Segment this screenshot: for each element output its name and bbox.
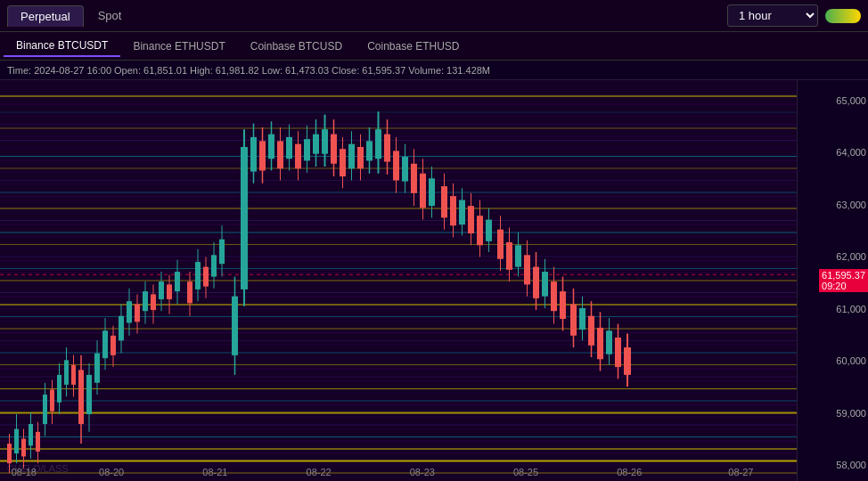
timeframe-area: 1 hour 5 minutes 15 minutes 4 hours 1 da… [727, 4, 861, 27]
top-bar: Perpetual Spot 1 hour 5 minutes 15 minut… [0, 0, 868, 32]
date-label-0820: 08-20 [99, 467, 124, 477]
price-axis: 65,000 64,000 63,000 62,000 61,595.37 09… [797, 80, 868, 481]
date-label-0821: 08-21 [202, 467, 227, 477]
date-label-0827: 08-27 [728, 467, 753, 477]
price-label-65000: 65,000 [836, 95, 866, 106]
exchange-tab-binance-ethusdt[interactable]: Binance ETHUSDT [120, 37, 237, 56]
current-price-badge: 61,595.37 09:20 [819, 269, 868, 292]
chart-container: 08-18 08-20 08-21 08-22 08-23 08-25 08-2… [0, 80, 868, 481]
current-price-time: 09:20 [822, 281, 847, 291]
current-price-value: 61,595.37 [822, 270, 865, 281]
exchange-tab-binance-btcusdt[interactable]: Binance BTCUSDT [4, 36, 120, 57]
toggle-switch[interactable] [825, 9, 861, 23]
price-label-61000: 61,000 [836, 304, 866, 314]
tab-spot[interactable]: Spot [86, 5, 135, 27]
price-label-63000: 63,000 [836, 200, 866, 210]
date-label-0823: 08-23 [410, 467, 435, 477]
chart-canvas[interactable]: 08-18 08-20 08-21 08-22 08-23 08-25 08-2… [0, 80, 797, 481]
timeframe-select[interactable]: 1 hour 5 minutes 15 minutes 4 hours 1 da… [727, 4, 818, 27]
date-label-0822: 08-22 [307, 467, 332, 477]
date-axis: 08-18 08-20 08-21 08-22 08-23 08-25 08-2… [0, 463, 797, 481]
date-label-0825: 08-25 [513, 467, 538, 477]
candlestick-chart [0, 80, 797, 481]
tab-group: Perpetual Spot [7, 5, 134, 27]
watermark: ©VELO/LASS [7, 463, 69, 474]
price-label-60000: 60,000 [836, 355, 866, 366]
exchange-tab-coinbase-btcusd[interactable]: Coinbase BTCUSD [238, 37, 355, 56]
ohlcv-text: Time: 2024-08-27 16:00 Open: 61,851.01 H… [7, 65, 490, 76]
tab-perpetual[interactable]: Perpetual [7, 5, 84, 27]
price-label-58000: 58,000 [836, 460, 866, 470]
exchange-tab-coinbase-ethusd[interactable]: Coinbase ETHUSD [355, 37, 471, 56]
price-label-64000: 64,000 [836, 147, 866, 158]
exchange-bar: Binance BTCUSDT Binance ETHUSDT Coinbase… [0, 32, 868, 61]
price-label-62000: 62,000 [836, 251, 866, 262]
info-bar: Time: 2024-08-27 16:00 Open: 61,851.01 H… [0, 61, 868, 80]
date-label-0826: 08-26 [617, 467, 642, 477]
price-label-59000: 59,000 [836, 408, 866, 419]
